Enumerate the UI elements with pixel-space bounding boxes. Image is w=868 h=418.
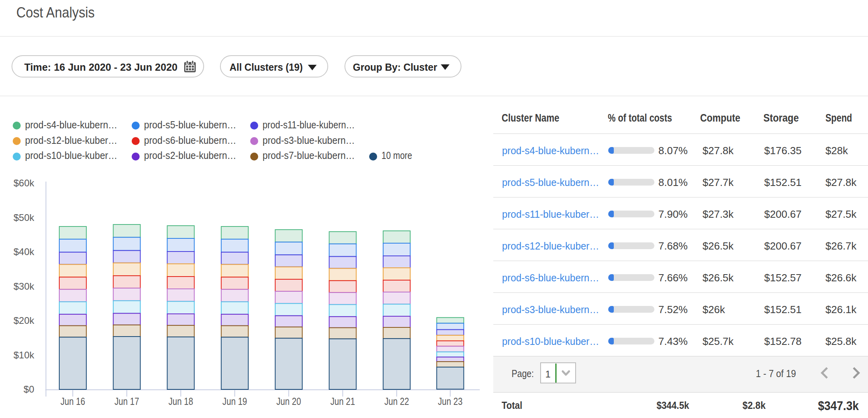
svg-text:$0: $0 [23,384,34,395]
svg-text:$40k: $40k [14,246,35,257]
svg-text:Jun 20: Jun 20 [276,396,301,407]
svg-text:Jun 23: Jun 23 [438,396,463,407]
svg-text:$50k: $50k [14,212,35,223]
svg-text:Jun 18: Jun 18 [168,396,193,407]
svg-text:$30k: $30k [14,281,35,292]
svg-text:Jun 17: Jun 17 [115,396,139,407]
svg-text:Jun 21: Jun 21 [331,396,355,407]
svg-text:$60k: $60k [14,178,35,188]
svg-text:$10k: $10k [14,350,35,360]
svg-text:$20k: $20k [14,315,35,326]
svg-text:Jun 16: Jun 16 [60,396,85,407]
svg-text:Jun 22: Jun 22 [384,396,409,407]
svg-text:Jun 19: Jun 19 [222,396,247,407]
